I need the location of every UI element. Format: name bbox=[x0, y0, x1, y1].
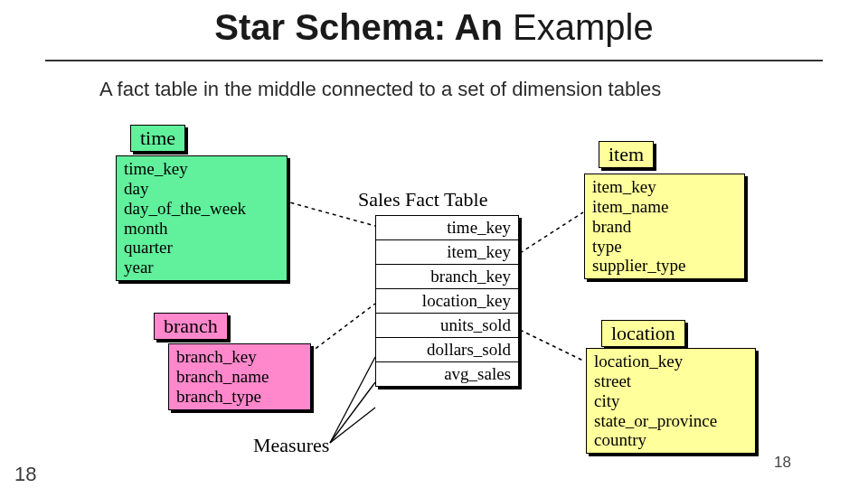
title-bold: Star Schema: An bbox=[214, 7, 513, 47]
svg-line-1 bbox=[520, 212, 583, 253]
item-dimension-label: item bbox=[599, 141, 654, 168]
svg-line-6 bbox=[330, 408, 375, 443]
measures-label: Measures bbox=[253, 434, 329, 457]
fact-row-units-sold: units_sold bbox=[376, 314, 518, 338]
slide: Star Schema: An Example A fact table in … bbox=[0, 0, 868, 488]
fact-table-title: Sales Fact Table bbox=[358, 188, 487, 211]
slide-subtitle: A fact table in the middle connected to … bbox=[99, 78, 661, 101]
page-number-large: 18 bbox=[14, 463, 36, 486]
svg-line-5 bbox=[330, 382, 375, 443]
fact-row-avg-sales: avg_sales bbox=[376, 362, 518, 386]
time-dimension-label: time bbox=[130, 125, 185, 152]
location-dimension-label: location bbox=[601, 320, 685, 347]
page-number-small: 18 bbox=[774, 454, 791, 472]
fact-row-item-key: item_key bbox=[376, 240, 518, 265]
fact-row-dollars-sold: dollars_sold bbox=[376, 338, 518, 362]
time-dimension-attrs: time_key day day_of_the_week month quart… bbox=[116, 155, 288, 281]
fact-row-branch-key: branch_key bbox=[376, 265, 518, 289]
svg-line-3 bbox=[520, 330, 585, 361]
fact-row-location-key: location_key bbox=[376, 289, 518, 314]
slide-title: Star Schema: An Example bbox=[0, 7, 868, 48]
fact-row-time-key: time_key bbox=[376, 216, 518, 240]
fact-table: time_key item_key branch_key location_ke… bbox=[375, 215, 519, 387]
title-thin: Example bbox=[513, 7, 654, 47]
location-dimension-attrs: location_key street city state_or_provin… bbox=[586, 348, 756, 454]
branch-dimension-attrs: branch_key branch_name branch_type bbox=[168, 343, 311, 410]
title-underline bbox=[45, 60, 823, 61]
svg-line-4 bbox=[330, 357, 375, 443]
item-dimension-attrs: item_key item_name brand type supplier_t… bbox=[584, 174, 745, 279]
branch-dimension-label: branch bbox=[154, 313, 228, 340]
